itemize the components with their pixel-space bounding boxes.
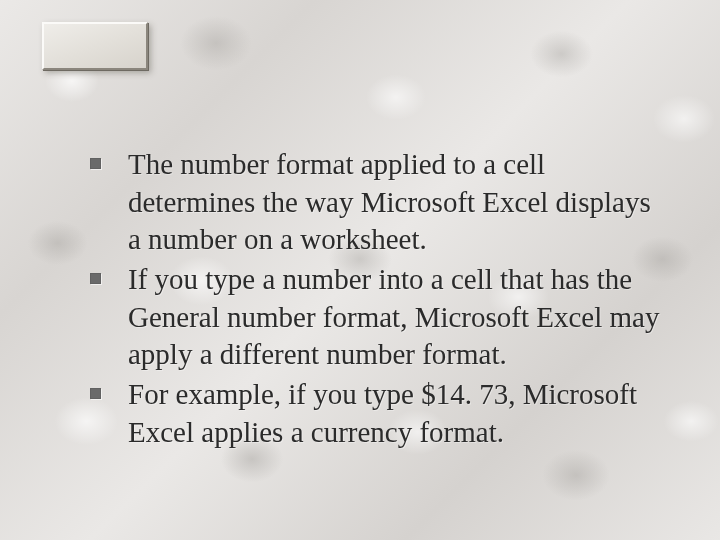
title-placeholder-plate <box>42 22 148 70</box>
list-item: The number format applied to a cell dete… <box>88 146 666 259</box>
square-bullet-icon <box>90 273 101 284</box>
bullet-text: If you type a number into a cell that ha… <box>128 263 659 370</box>
square-bullet-icon <box>90 388 101 399</box>
bullet-list: The number format applied to a cell dete… <box>88 146 666 452</box>
list-item: For example, if you type $14. 73, Micros… <box>88 376 666 451</box>
slide-body: The number format applied to a cell dete… <box>88 146 666 454</box>
bullet-text: The number format applied to a cell dete… <box>128 148 651 255</box>
bullet-text: For example, if you type $14. 73, Micros… <box>128 378 637 448</box>
list-item: If you type a number into a cell that ha… <box>88 261 666 374</box>
square-bullet-icon <box>90 158 101 169</box>
